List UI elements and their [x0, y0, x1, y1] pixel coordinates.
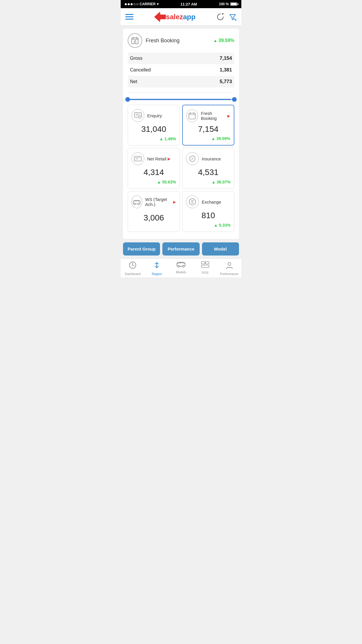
slider-fill [128, 99, 231, 100]
ws-target-header: WS (Target Ach.) ▶ [131, 195, 176, 208]
parent-group-button[interactable]: Parent Group [123, 242, 160, 256]
net-value: 5,773 [219, 79, 232, 85]
ws-target-icon [131, 195, 142, 208]
refresh-icon[interactable] [216, 13, 224, 21]
insurance-title: Insurance [202, 156, 221, 161]
region-label: Region [152, 272, 162, 276]
fresh-booking-metric-header: Fresh Booking ▶ [186, 109, 230, 122]
model-button[interactable]: Model [202, 242, 239, 256]
pos-icon [201, 261, 210, 270]
svg-point-28 [132, 265, 133, 266]
fresh-booking-metric-arrow: ▲ [211, 136, 215, 141]
logo-app: app [183, 13, 196, 21]
svg-point-12 [138, 116, 141, 118]
stats-row-net: Net 5,773 [128, 76, 234, 88]
enquiry-arrow: ▲ [159, 136, 163, 141]
fresh-booking-section: Fresh Booking ▲ 39.59% Gross 7,154 Cance… [128, 33, 234, 92]
exchange-percent: ▲ 5.33% [186, 223, 231, 228]
svg-point-22 [138, 203, 140, 205]
fresh-booking-header: Fresh Booking ▲ 39.59% [128, 33, 234, 48]
metric-card-fresh-booking[interactable]: Fresh Booking ▶ 7,154 ▲ 39.59% [182, 105, 234, 146]
tab-dashboard[interactable]: Dashboard [121, 261, 145, 276]
region-icon [153, 261, 161, 271]
svg-rect-36 [201, 265, 209, 267]
insurance-header: Insurance [186, 152, 231, 165]
stats-row-cancelled: Cancelled 1,381 [128, 64, 234, 76]
tab-models[interactable]: Models [169, 261, 193, 276]
performance-label: Performance [220, 272, 238, 276]
tab-region[interactable]: Region [145, 261, 169, 276]
gross-value: 7,154 [219, 55, 232, 61]
range-slider[interactable] [128, 95, 234, 102]
insurance-percent: ▲ 36.07% [186, 180, 231, 184]
logo-salez: salez [166, 13, 183, 21]
fresh-booking-title: Fresh Booking [128, 33, 180, 48]
tab-bar: Dashboard Region Models [121, 258, 241, 277]
cancelled-label: Cancelled [130, 67, 151, 73]
fresh-booking-percent: ▲ 39.59% [213, 38, 234, 43]
svg-point-38 [228, 262, 231, 265]
ws-target-red-arrow: ▶ [173, 200, 176, 204]
status-time: 11:27 AM [180, 2, 197, 6]
exchange-icon [186, 195, 199, 208]
battery-icon [230, 2, 237, 6]
ws-target-title: WS (Target Ach.) ▶ [145, 197, 176, 207]
performance-button[interactable]: Performance [162, 242, 199, 256]
bottom-buttons: Parent Group Performance Model [123, 242, 239, 256]
net-retail-percent: ▲ 55.63% [131, 180, 176, 184]
status-left: CARRIER ▾ [125, 2, 159, 6]
tab-pos[interactable]: POS [193, 261, 217, 276]
enquiry-value: 31,040 [131, 122, 176, 136]
insurance-arrow: ▲ [212, 180, 216, 184]
models-icon [177, 261, 185, 269]
header-actions [216, 13, 237, 21]
calendar-icon [128, 33, 142, 48]
insurance-value: 4,531 [186, 165, 231, 179]
net-retail-red-arrow: ▶ [168, 157, 171, 161]
metric-card-enquiry[interactable]: Enquiry 31,040 ▲ 1.49% [128, 105, 180, 146]
logo-arrow-icon [154, 12, 166, 22]
svg-rect-17 [134, 156, 141, 161]
filter-icon[interactable] [229, 13, 237, 21]
svg-rect-35 [205, 262, 209, 264]
enquiry-icon [131, 109, 144, 122]
svg-rect-13 [189, 113, 195, 119]
net-retail-icon [131, 152, 144, 165]
gross-label: Gross [130, 56, 143, 61]
logo: salezapp [154, 12, 195, 22]
stats-row-gross: Gross 7,154 [128, 52, 234, 64]
main-content: Fresh Booking ▲ 39.59% Gross 7,154 Cance… [123, 29, 239, 239]
metric-card-net-retail[interactable]: Net Retail ▶ 4,314 ▲ 55.63% [128, 148, 180, 189]
percent-up-arrow: ▲ [213, 38, 217, 43]
wifi-icon: ▾ [157, 2, 159, 6]
dashboard-icon [129, 261, 137, 271]
net-retail-value: 4,314 [131, 165, 176, 179]
slider-thumb-left[interactable] [125, 97, 130, 102]
metric-card-exchange[interactable]: Exchange 810 ▲ 5.33% [182, 191, 234, 232]
cancelled-value: 1,381 [219, 67, 232, 73]
slider-thumb-right[interactable] [232, 97, 237, 102]
exchange-title: Exchange [202, 200, 221, 204]
fresh-booking-name: Fresh Booking [146, 38, 180, 44]
enquiry-percent: ▲ 1.49% [131, 136, 176, 141]
dashboard-label: Dashboard [125, 272, 140, 276]
net-label: Net [130, 79, 137, 84]
svg-line-2 [234, 19, 236, 20]
insurance-icon [186, 152, 199, 165]
net-retail-header: Net Retail ▶ [131, 152, 176, 165]
fresh-booking-metric-percent: ▲ 39.59% [186, 136, 230, 141]
pos-label: POS [202, 271, 208, 274]
enquiry-title: Enquiry [147, 113, 162, 118]
svg-point-7 [134, 41, 136, 43]
fresh-booking-metric-icon [186, 109, 198, 122]
svg-point-32 [182, 265, 184, 267]
carrier-label: CARRIER [140, 2, 156, 6]
header: salezapp [121, 8, 241, 26]
hamburger-menu[interactable] [125, 14, 133, 20]
svg-point-21 [134, 203, 136, 205]
exchange-value: 810 [186, 209, 231, 223]
tab-performance[interactable]: Performance [217, 261, 241, 276]
metric-card-insurance[interactable]: Insurance 4,531 ▲ 36.07% [182, 148, 234, 189]
metric-card-ws-target[interactable]: WS (Target Ach.) ▶ 3,006 [128, 191, 180, 232]
svg-line-8 [135, 40, 136, 41]
